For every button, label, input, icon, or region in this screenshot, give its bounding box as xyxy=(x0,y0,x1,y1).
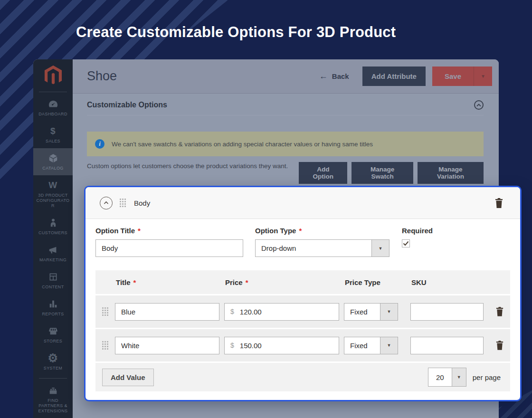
sidebar-item-label: REPORTS xyxy=(42,312,64,316)
sidebar-divider xyxy=(39,378,67,379)
delete-value-button[interactable] xyxy=(496,307,504,316)
sidebar-item-label: 3D PRODUCT CONFIGURATOR xyxy=(36,193,69,208)
value-sku-input[interactable] xyxy=(410,337,484,354)
save-button[interactable]: Save xyxy=(432,66,474,86)
option-type-select[interactable]: Drop-down ▼ xyxy=(255,239,390,257)
option-drag-handle[interactable] xyxy=(120,199,126,207)
chevron-up-icon xyxy=(104,201,109,205)
save-dropdown-button[interactable]: ▼ xyxy=(474,66,492,86)
required-checkbox[interactable] xyxy=(402,239,410,247)
sidebar-item-label: SYSTEM xyxy=(44,366,62,370)
option-panel-header: Body xyxy=(86,187,520,219)
value-price-field: $ xyxy=(224,337,339,354)
content-icon xyxy=(36,272,70,282)
options-description: Custom options let customers choose the … xyxy=(87,162,299,171)
reports-icon xyxy=(36,299,70,309)
marketing-icon xyxy=(36,245,70,255)
sidebar-item-label: STORES xyxy=(44,339,62,343)
sidebar-divider xyxy=(39,92,67,92)
section-title: Customizable Options xyxy=(87,101,167,109)
values-table: Title* Price* Price Type SKU xyxy=(95,270,510,391)
select-arrow-button[interactable]: ▼ xyxy=(380,304,398,320)
section-collapse-button[interactable] xyxy=(474,100,484,110)
sidebar-item-catalog[interactable]: CATALOG xyxy=(33,148,73,175)
stores-icon xyxy=(36,326,70,336)
option-title-input[interactable] xyxy=(95,239,243,257)
row-drag-handle[interactable] xyxy=(102,307,108,316)
sidebar-item-dashboard[interactable]: DASHBOARD xyxy=(33,94,73,121)
banner-title: Create Customizable Options For 3D Produ… xyxy=(76,24,396,41)
values-table-header: Title* Price* Price Type SKU xyxy=(95,270,510,294)
value-sku-input[interactable] xyxy=(410,303,484,321)
sidebar-item-3d-product-configurator[interactable]: W 3D PRODUCT CONFIGURATOR xyxy=(33,175,73,213)
select-arrow-button[interactable]: ▼ xyxy=(380,337,398,354)
customers-icon xyxy=(36,218,70,228)
sidebar-item-label: MARKETING xyxy=(39,257,66,262)
chevron-down-icon: ▼ xyxy=(457,375,461,380)
per-page-label: per page xyxy=(473,373,501,381)
required-asterisk: * xyxy=(133,278,136,286)
trash-icon xyxy=(495,198,503,208)
sidebar-item-system[interactable]: ⚙ SYSTEM xyxy=(33,348,73,375)
select-arrow-button[interactable]: ▼ xyxy=(452,368,466,386)
sidebar-item-sales[interactable]: $ SALES xyxy=(33,121,73,148)
system-icon: ⚙ xyxy=(36,353,70,363)
info-icon: i xyxy=(95,139,104,149)
required-asterisk: * xyxy=(246,278,248,286)
admin-page-header: Shoe ← Back Add Attribute Save ▼ xyxy=(73,59,499,94)
currency-symbol: $ xyxy=(230,308,234,315)
sidebar-item-marketing[interactable]: MARKETING xyxy=(33,240,73,267)
sales-icon: $ xyxy=(36,126,70,136)
value-row: $ Fixed ▼ xyxy=(95,329,510,361)
manage-swatch-button[interactable]: Manage Swatch xyxy=(352,162,413,184)
options-toolbar: Custom options let customers choose the … xyxy=(87,162,484,184)
magento-logo[interactable] xyxy=(33,59,73,92)
sidebar-item-find-partners[interactable]: FIND PARTNERS & EXTENSIONS xyxy=(33,380,73,418)
column-sku: SKU xyxy=(410,278,484,286)
value-title-input[interactable] xyxy=(115,337,219,354)
manage-variation-button[interactable]: Manage Variation xyxy=(418,162,484,184)
add-attribute-button[interactable]: Add Attribute xyxy=(362,66,426,86)
sidebar-item-stores[interactable]: STORES xyxy=(33,321,73,348)
sidebar-item-label: CATALOG xyxy=(42,166,63,171)
column-price-type: Price Type xyxy=(344,278,398,286)
option-collapse-button[interactable] xyxy=(100,197,113,209)
price-type-select[interactable]: Fixed ▼ xyxy=(344,337,398,354)
required-asterisk: * xyxy=(138,227,141,235)
sidebar-item-reports[interactable]: REPORTS xyxy=(33,294,73,321)
sidebar-item-content[interactable]: CONTENT xyxy=(33,267,73,294)
option-panel: Body Option Title* Option Type* xyxy=(84,186,522,401)
option-title-label: Option Title* xyxy=(95,227,243,235)
extensions-icon xyxy=(36,385,70,396)
notice-text: We can't save swatchs & variations on ad… xyxy=(112,141,373,148)
sidebar-item-label: CONTENT xyxy=(42,285,64,289)
sidebar-item-label: CUSTOMERS xyxy=(38,230,67,235)
magento-logo-icon xyxy=(44,65,63,86)
select-arrow-button[interactable]: ▼ xyxy=(371,240,389,256)
back-button[interactable]: ← Back xyxy=(319,71,349,81)
value-price-input[interactable] xyxy=(240,308,333,316)
value-price-input[interactable] xyxy=(240,342,333,350)
value-price-field: $ xyxy=(224,303,339,321)
option-name: Body xyxy=(134,199,150,207)
trash-icon xyxy=(496,307,504,316)
configurator-icon: W xyxy=(36,180,70,190)
price-type-select[interactable]: Fixed ▼ xyxy=(344,303,398,321)
value-title-input[interactable] xyxy=(115,303,219,321)
chevron-up-icon xyxy=(476,104,481,107)
delete-option-button[interactable] xyxy=(495,198,503,208)
row-drag-handle[interactable] xyxy=(102,341,108,350)
add-value-button[interactable]: Add Value xyxy=(102,369,154,386)
sidebar-item-customers[interactable]: CUSTOMERS xyxy=(33,213,73,240)
per-page-select[interactable]: 20 ▼ xyxy=(428,368,466,387)
back-arrow-icon: ← xyxy=(319,71,328,81)
sidebar-item-label: SALES xyxy=(46,139,60,143)
required-label: Required xyxy=(402,227,433,235)
page-canvas: Create Customizable Options For 3D Produ… xyxy=(0,0,532,418)
value-row: $ Fixed ▼ xyxy=(95,295,510,328)
delete-value-button[interactable] xyxy=(496,341,504,350)
values-table-footer: Add Value 20 ▼ per page xyxy=(95,363,510,391)
required-asterisk: * xyxy=(299,227,302,235)
catalog-icon xyxy=(36,153,70,163)
add-option-button[interactable]: Add Option xyxy=(299,162,347,184)
